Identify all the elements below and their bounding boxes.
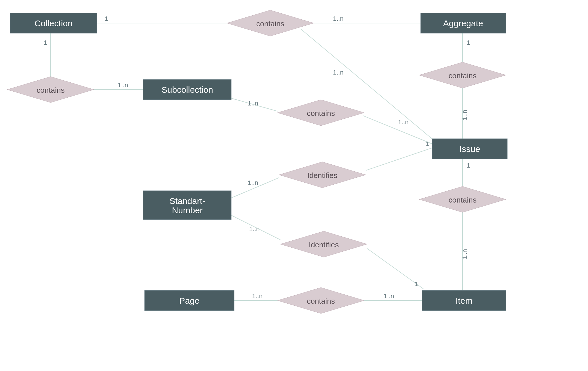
entity-label: Item	[456, 296, 472, 305]
entity-page: Page	[145, 290, 234, 311]
entity-label: Aggregate	[443, 18, 483, 28]
entity-standart-number: Standart- Number	[143, 191, 231, 220]
edge	[366, 147, 434, 170]
cardinality: 1	[467, 39, 470, 46]
cardinality: 1..n	[248, 100, 258, 107]
relationship-label: contains	[256, 19, 284, 28]
entity-aggregate: Aggregate	[421, 13, 506, 33]
entity-label: Number	[172, 205, 203, 215]
entity-label: Subcollection	[162, 85, 213, 94]
entity-collection: Collection	[10, 13, 97, 33]
entity-issue: Issue	[432, 139, 507, 159]
relationship-identifies-item: Identifies	[280, 231, 367, 257]
entity-subcollection: Subcollection	[143, 79, 231, 100]
entity-item: Item	[422, 290, 506, 311]
cardinality: 1	[415, 280, 418, 287]
cardinality: 1	[467, 162, 470, 169]
relationship-contains-top: contains	[227, 10, 314, 36]
relationship-label: contains	[449, 196, 477, 204]
cardinality: 1..n	[398, 118, 409, 126]
cardinality: 1..n	[461, 110, 468, 120]
cardinality: 1..n	[249, 225, 260, 233]
cardinality: 1..n	[333, 69, 344, 76]
relationship-contains-page-item: contains	[278, 287, 364, 314]
relationship-label: Identifies	[309, 240, 339, 249]
relationship-contains-issue-item: contains	[419, 186, 506, 212]
entity-label: Standart-	[169, 196, 205, 206]
relationship-contains-subcol-issue: contains	[278, 100, 364, 126]
cardinality: 1..n	[333, 15, 344, 22]
relationship-contains-agg-issue: contains	[419, 62, 506, 88]
cardinality: 1	[105, 15, 108, 22]
cardinality: 1	[44, 39, 47, 46]
entity-label: Collection	[34, 18, 73, 28]
relationship-contains-left: contains	[7, 77, 94, 103]
relationship-label: Identifies	[307, 171, 337, 180]
cardinality: 1..n	[384, 292, 394, 300]
relationship-label: contains	[307, 297, 335, 305]
cardinality: 1	[426, 140, 429, 147]
relationship-label: contains	[449, 71, 477, 80]
entity-label: Issue	[459, 144, 480, 154]
cardinality: 1..n	[248, 179, 258, 186]
cardinality: 1..n	[461, 249, 468, 260]
cardinality: 1..n	[252, 292, 263, 300]
relationship-label: contains	[307, 109, 335, 118]
cardinality: 1..n	[118, 81, 128, 89]
entity-label: Page	[179, 296, 199, 305]
relationship-identifies-issue: Identifies	[279, 162, 366, 188]
relationship-label: contains	[37, 86, 65, 94]
